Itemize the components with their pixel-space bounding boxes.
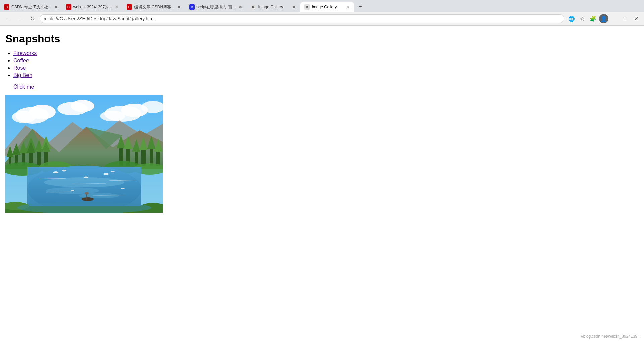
svg-point-60 [121,188,125,189]
extensions-button[interactable]: 🧩 [588,14,598,23]
link-rose[interactable]: Rose [13,65,26,71]
list-item-bigben: Big Ben [13,72,639,78]
page-content: Snapshots Fireworks Coffee Rose Big Ben … [0,26,644,328]
tab-close-3[interactable]: ✕ [177,4,181,10]
tab-favicon-1: C [4,4,9,10]
reload-button[interactable]: ↻ [28,14,37,23]
svg-point-57 [111,171,115,172]
tab-favicon-2: C [66,4,71,10]
tab-bar: C CSDN-专业IT技术社... ✕ C weixin_39241397的..… [0,0,644,12]
link-fireworks[interactable]: Fireworks [13,50,37,56]
tab-csdn-3[interactable]: C 编辑文章-CSDN博客... ✕ [123,2,185,12]
back-button[interactable]: ← [3,14,13,23]
link-bigben[interactable]: Big Ben [13,72,32,78]
translate-button[interactable]: 🌐 [567,14,576,23]
lock-icon: ● [44,16,46,21]
close-window-button[interactable]: ✕ [631,14,641,23]
tab-label-5: Image Gallery [258,5,289,9]
tab-close-1[interactable]: ✕ [54,4,58,10]
svg-point-61 [82,197,94,201]
svg-rect-62 [86,194,87,200]
svg-point-63 [85,192,89,195]
svg-point-58 [84,177,88,178]
navigation-list: Fireworks Coffee Rose Big Ben [5,50,639,78]
maximize-button[interactable]: □ [621,14,630,23]
list-item-coffee: Coffee [13,58,639,64]
minimize-button[interactable]: ― [610,14,619,23]
list-item-fireworks: Fireworks [13,50,639,56]
address-bar[interactable]: ● file:///C:/Users/ZHJ/Desktop/JavaScrip… [40,14,564,23]
forward-button[interactable]: → [15,14,25,23]
svg-point-59 [71,190,74,191]
tab-baidu[interactable]: 爪 script在哪里插入_百... ✕ [185,2,247,12]
tab-gallery-2-active[interactable]: 🗎 Image Gallery ✕ [300,2,354,12]
tab-csdn-1[interactable]: C CSDN-专业IT技术社... ✕ [0,2,62,12]
page-title: Snapshots [5,33,639,45]
tab-label-4: script在哪里插入_百... [197,4,236,10]
svg-point-54 [53,171,58,173]
list-item-rose: Rose [13,65,639,71]
browser-toolbar: ← → ↻ ● file:///C:/Users/ZHJ/Desktop/Jav… [0,12,644,26]
svg-point-56 [103,173,109,175]
tab-close-5[interactable]: ✕ [292,4,296,10]
tab-csdn-2[interactable]: C weixin_39241397的... ✕ [62,2,123,12]
new-tab-button[interactable]: + [355,2,365,11]
address-text: file:///C:/Users/ZHJ/Desktop/JavaScript/… [48,16,560,21]
browser-window: C CSDN-专业IT技术社... ✕ C weixin_39241397的..… [0,0,644,328]
tab-label-6: Image Gallery [312,5,343,9]
tab-gallery-1[interactable]: 🗎 Image Gallery ✕ [247,2,300,12]
tab-favicon-3: C [127,4,132,10]
svg-point-46 [44,177,124,187]
svg-point-5 [71,100,94,112]
gallery-image [5,95,163,213]
link-coffee[interactable]: Coffee [13,58,29,63]
svg-point-8 [100,111,125,121]
bookmark-button[interactable]: ☆ [578,14,587,23]
tab-label-2: weixin_39241397的... [73,4,112,10]
tab-favicon-6: 🗎 [304,4,310,10]
tab-close-6[interactable]: ✕ [346,4,350,10]
tab-label-1: CSDN-专业IT技术社... [11,4,51,10]
tab-close-2[interactable]: ✕ [115,4,119,10]
toolbar-actions: 🌐 ☆ 🧩 👤 ― □ ✕ [567,14,641,23]
svg-point-55 [62,170,66,172]
svg-point-3 [12,111,36,123]
tab-favicon-4: 爪 [189,4,195,10]
click-me-link[interactable]: Click me [13,84,639,90]
tab-favicon-5: 🗎 [251,4,256,10]
tab-label-3: 编辑文章-CSDN博客... [134,4,174,10]
profile-button[interactable]: 👤 [599,14,608,23]
tab-close-4[interactable]: ✕ [238,4,243,10]
